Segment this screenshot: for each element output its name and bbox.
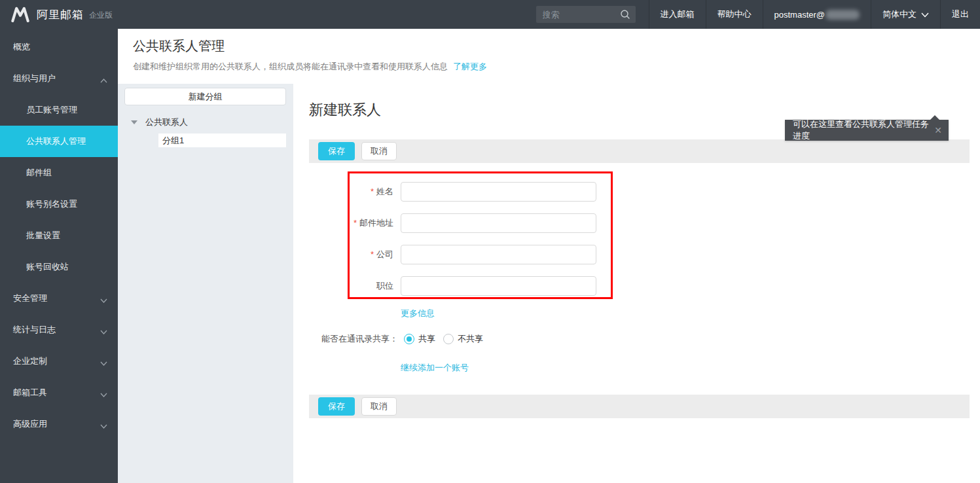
alimail-logo-icon [10,7,30,22]
company-label: *公司 [293,249,393,260]
topnav-language-label: 简体中文 [882,9,916,20]
sidebar-item-org-users[interactable]: 组织与用户 [0,63,118,94]
topnav-account[interactable]: postmaster@ [763,0,871,29]
chevron-down-icon [100,389,107,399]
radio-share-label: 共享 [418,333,435,345]
company-field[interactable] [401,245,596,264]
sidebar-item-label: 批量设置 [26,230,60,241]
sidebar-item-mail-tools[interactable]: 邮箱工具 [0,377,118,408]
share-radio-group: 共享 不共享 [404,333,491,345]
chevron-up-icon [100,75,107,85]
sidebar-item-advanced-apps[interactable]: 高级应用 [0,408,118,440]
sidebar-item-label: 组织与用户 [13,73,56,84]
group-panel: 新建分组 公共联系人 分组1 [118,84,293,483]
share-row: 能否在通讯录共享： 共享 不共享 [293,333,980,345]
save-button-bottom[interactable]: 保存 [318,397,355,416]
radio-no-share-label: 不共享 [458,333,483,345]
sidebar-item-label: 邮件组 [26,167,52,179]
blurred-email-domain [826,10,860,20]
sidebar-item-employee-accounts[interactable]: 员工账号管理 [0,94,118,126]
sidebar-item-label: 账号回收站 [26,261,69,273]
sidebar-item-label: 安全管理 [13,293,47,304]
search-input[interactable] [543,10,620,20]
triangle-down-icon [131,120,137,124]
required-marker: * [354,218,357,228]
tree-node-group1[interactable]: 分组1 [158,134,286,147]
more-info-link[interactable]: 更多信息 [401,308,435,319]
sidebar-item-batch-settings[interactable]: 批量设置 [0,220,118,251]
form-row-email: *邮件地址 [293,213,980,233]
sidebar-item-alias-settings[interactable]: 账号别名设置 [0,188,118,220]
email-field[interactable] [401,213,596,233]
page-header: 公共联系人管理 创建和维护组织常用的公共联系人，组织成员将能在通讯录中查看和使用… [118,29,980,84]
sidebar-item-label: 公共联系人管理 [26,135,86,147]
learn-more-link[interactable]: 了解更多 [453,62,487,71]
sidebar-item-overview[interactable]: 概览 [0,31,118,63]
chevron-down-icon [100,358,107,368]
task-progress-tooltip: 可以在这里查看公共联系人管理任务进度 ✕ [785,120,949,141]
sidebar-item-label: 企业定制 [13,355,47,367]
position-field[interactable] [401,276,596,296]
radio-no-share[interactable]: 不共享 [443,333,483,345]
form-row-company: *公司 [293,245,980,264]
share-label: 能否在通讯录共享： [293,333,398,345]
topnav-logout-label: 退出 [952,9,969,20]
topnav-enter-mail[interactable]: 进入邮箱 [649,0,706,29]
sidebar-item-label: 统计与日志 [13,324,56,336]
topnav-help-center-label: 帮助中心 [717,9,752,20]
cancel-button-bottom[interactable]: 取消 [361,397,397,416]
new-group-button[interactable]: 新建分组 [124,88,286,105]
close-icon[interactable]: ✕ [934,125,942,135]
name-label-text: 姓名 [376,187,393,196]
required-marker: * [371,249,374,259]
search-icon[interactable] [620,9,630,20]
form-title: 新建联系人 [309,100,980,120]
name-field[interactable] [401,182,596,202]
save-button[interactable]: 保存 [318,142,355,160]
topnav-help-center[interactable]: 帮助中心 [706,0,763,29]
form-row-name: *姓名 [293,182,980,202]
sidebar-item-label: 账号别名设置 [26,198,77,210]
sidebar-item-label: 员工账号管理 [26,104,77,116]
sidebar-item-security[interactable]: 安全管理 [0,283,118,314]
chevron-down-icon [921,10,929,20]
sidebar: 概览 组织与用户 员工账号管理 公共联系人管理 邮件组 账号别名设置 批量设置 … [0,29,118,483]
sidebar-item-public-contacts[interactable]: 公共联系人管理 [0,126,118,157]
name-label: *姓名 [293,186,393,198]
add-another-account-link[interactable]: 继续添加一个账号 [401,362,469,374]
brand-name: 阿里邮箱 [37,7,84,22]
chevron-down-icon [100,421,107,431]
search-box[interactable] [536,6,636,23]
position-label: 职位 [293,280,393,292]
page-description-text: 创建和维护组织常用的公共联系人，组织成员将能在通讯录中查看和使用联系人信息 [133,62,448,71]
radio-selected-icon [404,334,414,344]
radio-share[interactable]: 共享 [404,333,435,345]
cancel-button[interactable]: 取消 [361,142,397,160]
topnav-account-label: postmaster@ [774,10,826,20]
page-description: 创建和维护组织常用的公共联系人，组织成员将能在通讯录中查看和使用联系人信息了解更… [133,61,980,73]
sidebar-item-account-recycle[interactable]: 账号回收站 [0,251,118,283]
toolbar-top: 保存 取消 [309,139,970,163]
topbar: 阿里邮箱 企业版 进入邮箱 帮助中心 postmaster@ 简体中文 退出 [0,0,980,29]
tree-node-public-contacts[interactable]: 公共联系人 [131,116,293,128]
page-title: 公共联系人管理 [133,37,980,55]
topnav-enter-mail-label: 进入邮箱 [661,9,695,20]
email-label: *邮件地址 [293,217,393,229]
form-row-position: 职位 [293,276,980,296]
sidebar-item-mail-groups[interactable]: 邮件组 [0,157,118,188]
position-label-text: 职位 [376,281,393,291]
main-panel: 新建联系人 保存 取消 *姓名 *邮件地址 *公司 [293,84,980,483]
tree-root-label: 公共联系人 [145,116,188,128]
email-label-text: 邮件地址 [359,218,393,228]
brand: 阿里邮箱 企业版 [0,0,131,29]
sidebar-item-enterprise-custom[interactable]: 企业定制 [0,346,118,377]
sidebar-item-label: 概览 [13,41,30,53]
sidebar-item-label: 邮箱工具 [13,387,47,399]
topnav-logout[interactable]: 退出 [940,0,980,29]
required-marker: * [371,187,374,196]
brand-edition: 企业版 [89,8,113,21]
company-label-text: 公司 [376,249,393,259]
toolbar-bottom: 保存 取消 [309,395,970,418]
sidebar-item-stats-logs[interactable]: 统计与日志 [0,314,118,346]
topnav-language[interactable]: 简体中文 [871,0,940,29]
